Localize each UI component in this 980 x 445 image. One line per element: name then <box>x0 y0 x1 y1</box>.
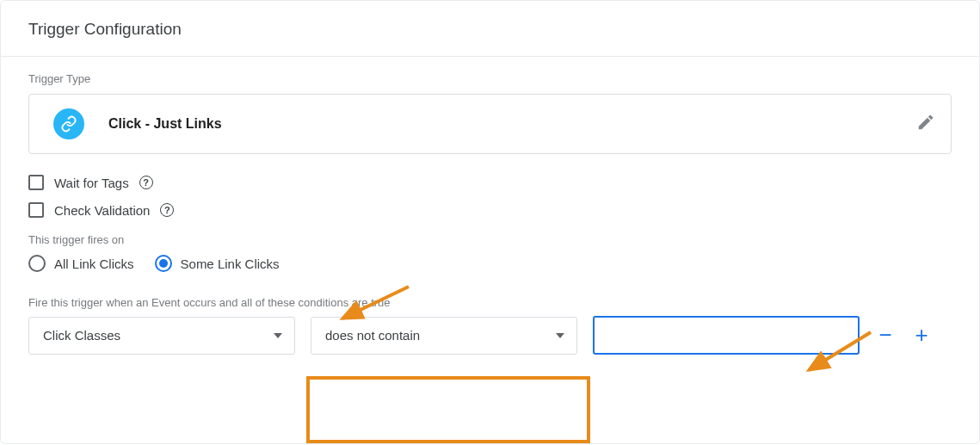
radio-label: Some Link Clicks <box>181 256 280 271</box>
trigger-type-value: Click - Just Links <box>108 116 916 132</box>
check-validation-checkbox[interactable] <box>28 202 44 218</box>
condition-section-label: Fire this trigger when an Event occurs a… <box>28 296 952 309</box>
edit-trigger-type-button[interactable] <box>916 113 935 135</box>
link-icon <box>53 108 84 139</box>
radio-some-link-clicks[interactable]: Some Link Clicks <box>155 255 280 272</box>
condition-value-input[interactable] <box>593 316 860 355</box>
radio-all-link-clicks[interactable]: All Link Clicks <box>28 255 134 272</box>
fires-on-label: This trigger fires on <box>28 233 952 246</box>
remove-condition-button[interactable]: − <box>875 322 896 349</box>
select-value: Click Classes <box>43 328 120 343</box>
select-value: does not contain <box>325 328 420 343</box>
radio-input[interactable] <box>28 255 46 272</box>
help-icon[interactable]: ? <box>139 176 153 189</box>
trigger-type-label: Trigger Type <box>28 72 952 85</box>
wait-for-tags-checkbox[interactable] <box>28 175 44 190</box>
help-icon[interactable]: ? <box>160 203 174 217</box>
chevron-down-icon <box>274 333 282 338</box>
radio-label: All Link Clicks <box>54 256 134 271</box>
condition-operator-select[interactable]: does not contain <box>311 317 577 355</box>
check-validation-row: Check Validation ? <box>28 202 952 218</box>
condition-row: Click Classes does not contain − + <box>28 316 952 355</box>
check-validation-label: Check Validation <box>54 203 150 218</box>
card-header: Trigger Configuration <box>1 1 979 57</box>
trigger-config-card: Trigger Configuration Trigger Type Click… <box>0 0 980 444</box>
condition-variable-select[interactable]: Click Classes <box>28 317 295 355</box>
trigger-type-box[interactable]: Click - Just Links <box>28 94 952 154</box>
wait-for-tags-row: Wait for Tags ? <box>28 175 952 190</box>
add-condition-button[interactable]: + <box>911 322 932 349</box>
chevron-down-icon <box>556 333 564 338</box>
wait-for-tags-label: Wait for Tags <box>54 176 129 190</box>
page-title: Trigger Configuration <box>28 20 952 39</box>
radio-input[interactable] <box>155 255 172 272</box>
fires-on-radios: All Link Clicks Some Link Clicks <box>28 255 952 272</box>
card-body: Trigger Type Click - Just Links Wait for… <box>1 57 979 355</box>
